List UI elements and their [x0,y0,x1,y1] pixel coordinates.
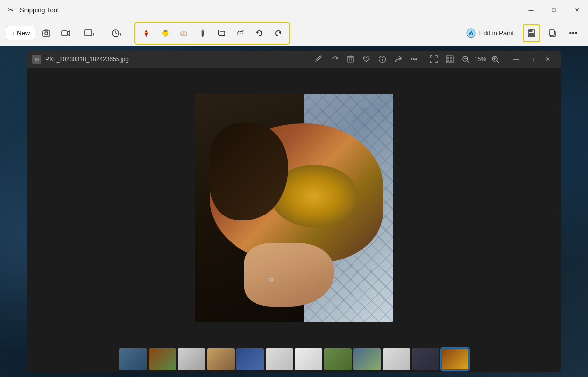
main-toolbar: + New ▼ ▼ [0,20,588,46]
copy-icon [548,29,557,38]
eraser-button[interactable] [175,24,193,42]
window-controls: — □ ✕ [520,0,588,20]
svg-rect-48 [447,60,449,62]
maximize-button[interactable]: □ [542,0,565,20]
viewer-maximize-button[interactable]: □ [524,52,540,67]
marker-button[interactable] [194,24,212,42]
thumbnail-9[interactable] [353,348,381,370]
hand-area [244,243,334,307]
thumbnail-11[interactable] [412,348,439,370]
pen-icon [142,29,151,38]
undo-button[interactable] [250,24,268,42]
fullscreen-icon [430,55,438,63]
svg-text:▼: ▼ [92,32,94,37]
ring [269,278,273,282]
minimize-button[interactable]: — [520,0,542,20]
edit-in-paint-button[interactable]: Edit in Paint [460,25,520,42]
snip-icon: ▼ [84,29,94,38]
reshape-button[interactable] [232,24,249,42]
save-button[interactable] [523,24,540,42]
thumbnail-4[interactable] [207,348,235,370]
thumbnail-8[interactable] [324,348,352,370]
svg-rect-18 [181,34,184,36]
crop-button[interactable] [213,24,231,42]
svg-rect-32 [529,33,534,36]
more-dots: ••• [569,29,578,38]
viewer-app-icon: ⊞ [32,55,41,64]
zoom-out-icon [462,55,470,63]
delete-icon [347,55,354,63]
svg-line-52 [467,61,469,63]
video-button[interactable] [57,24,75,42]
screenshot-button[interactable] [37,24,55,42]
thumbnail-7[interactable] [295,348,322,370]
svg-point-1 [45,32,48,35]
svg-marker-26 [257,31,259,34]
paint-icon [466,28,476,39]
svg-rect-3 [62,31,67,36]
clock-icon: ▼ [111,29,121,38]
viewer-window-controls: — □ ✕ [508,52,556,67]
svg-rect-21 [202,30,204,31]
copy-button[interactable] [543,24,561,42]
close-button[interactable]: ✕ [565,0,588,20]
highlighter-icon [161,29,170,38]
viewer-rotate-button[interactable] [328,53,342,66]
title-bar-left: ✂ Snipping Tool [6,5,59,15]
viewer-minimize-button[interactable]: — [508,52,524,67]
thumbnail-5[interactable] [236,348,264,370]
svg-rect-49 [450,60,452,62]
viewer-favorite-button[interactable] [359,53,373,66]
svg-marker-20 [202,36,204,37]
edit-icon [315,55,323,63]
edit-in-paint-label: Edit in Paint [479,29,514,37]
app-icon: ✂ [6,5,16,15]
title-bar: ✂ Snipping Tool — □ ✕ [0,0,588,20]
thumbnail-12-active[interactable] [441,348,469,370]
redo-button[interactable] [269,24,287,42]
viewer-share-button[interactable] [391,53,405,66]
svg-rect-47 [450,57,452,59]
viewer-edit-button[interactable] [312,53,326,66]
thumbnail-6[interactable] [266,348,293,370]
eraser-icon [179,29,188,38]
viewer-content [27,68,561,346]
save-icon [527,29,536,38]
video-icon [61,29,70,38]
dog-body [210,123,383,262]
thumbnail-1[interactable] [119,348,147,370]
svg-marker-36 [335,57,337,59]
viewer-close-button[interactable]: ✕ [540,52,556,67]
svg-rect-35 [549,30,554,35]
thumbnail-10[interactable] [383,348,410,370]
marker-icon [198,29,207,38]
more-options-button[interactable]: ••• [564,24,582,42]
snip-mode-button[interactable]: ▼ [77,24,102,42]
timer-button[interactable]: ▼ [104,24,128,42]
app-title: Snipping Tool [20,6,59,14]
slideshow-icon [446,55,454,63]
share-icon [394,55,402,63]
viewer-zoom-in-button[interactable] [488,53,502,66]
svg-line-9 [116,33,117,34]
viewer-info-button[interactable] [375,53,389,66]
pen-tool-button[interactable] [137,24,155,42]
new-button[interactable]: + New [6,26,35,40]
redo-icon [274,29,283,38]
svg-rect-5 [85,30,92,36]
viewer-more-button[interactable]: ••• [407,53,421,66]
svg-rect-46 [447,57,449,59]
thumbnail-3[interactable] [178,348,205,370]
svg-rect-33 [532,30,533,32]
viewer-slideshow-button[interactable] [443,53,457,66]
reshape-icon [236,29,245,38]
viewer-zoom-out-button[interactable] [459,53,472,66]
crop-icon [217,29,226,38]
viewer-fullscreen-button[interactable] [427,53,441,66]
photo-viewer-window: ⊞ PXL_20230318_182423655.jpg [27,51,561,372]
viewer-delete-button[interactable] [344,53,357,66]
highlighter-button[interactable] [156,24,174,42]
thumbnail-2[interactable] [149,348,176,370]
main-photo [195,94,393,322]
camera-icon [42,29,51,38]
